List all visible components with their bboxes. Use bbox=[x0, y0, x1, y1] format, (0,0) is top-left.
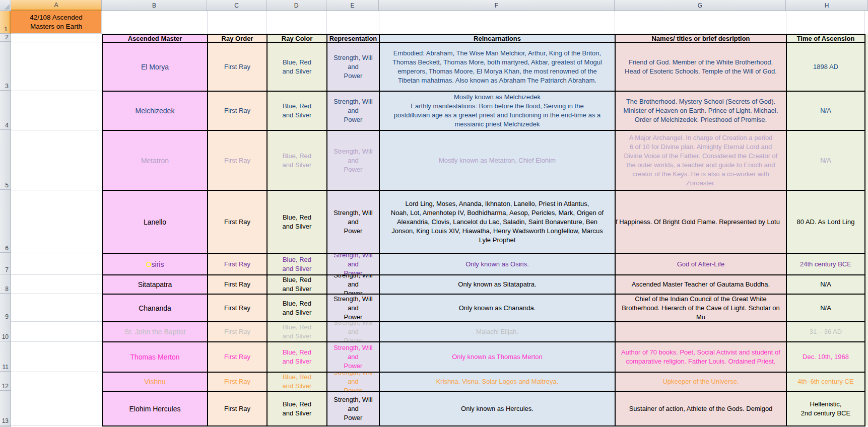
cell-representation[interactable]: Strength, Will and Power bbox=[327, 322, 380, 342]
cell-name[interactable]: Osiris bbox=[103, 254, 208, 275]
row-header-6[interactable]: 6 bbox=[0, 190, 11, 253]
cell-name[interactable]: Sitatapatra bbox=[103, 275, 208, 295]
header-ray-order[interactable]: Ray Order bbox=[208, 35, 268, 43]
cell-name[interactable]: Elohim Hercules bbox=[103, 392, 208, 426]
cell-representation[interactable]: Strength, Will and Power bbox=[327, 295, 380, 322]
cell-representation[interactable]: Strength, Will and Power bbox=[327, 392, 380, 426]
column-header-f[interactable]: F bbox=[379, 0, 615, 11]
cell-ray-order[interactable]: First Ray bbox=[208, 295, 268, 322]
cell-names-titles[interactable]: Ascended Master Teacher of Gautama Buddh… bbox=[616, 275, 787, 295]
cell-names-titles[interactable]: A Major Archangel. In charge of Creation… bbox=[616, 131, 787, 191]
cell-reincarnations[interactable]: Embodied: Abraham, The Wise Man Melchior… bbox=[380, 43, 616, 92]
row-header-3[interactable]: 3 bbox=[0, 42, 11, 91]
header-names-titles[interactable]: Names/ titles or brief desription bbox=[616, 35, 787, 43]
cell-name[interactable]: Metatron bbox=[103, 131, 208, 191]
cell-representation[interactable]: Strength, Will and Power bbox=[327, 131, 380, 191]
header-time-of-ascension[interactable]: Time of Ascension bbox=[787, 35, 865, 43]
cell-ray-color[interactable]: Blue, Red and Silver bbox=[268, 191, 327, 254]
column-header-h[interactable]: H bbox=[786, 0, 868, 11]
cell-names-titles[interactable]: The Brotherhood. Mystery School (Secrets… bbox=[616, 92, 787, 131]
cell-representation[interactable]: Strength, Will and Power bbox=[327, 92, 380, 131]
cell-ray-order[interactable]: First Ray bbox=[208, 275, 268, 295]
row-header-7[interactable]: 7 bbox=[0, 253, 11, 274]
cell-representation[interactable]: Strength, Will and Power bbox=[327, 373, 380, 392]
row-header-8[interactable]: 8 bbox=[0, 274, 11, 294]
cell-reincarnations[interactable]: Lord Ling, Moses, Ananda, Ikhnaton, Lane… bbox=[380, 191, 616, 254]
cell-ray-order[interactable]: First Ray bbox=[208, 342, 268, 373]
cell-ray-order[interactable]: First Ray bbox=[208, 392, 268, 426]
cell-names-titles[interactable]: f Happiness. Of Bright Gold Flame. Repre… bbox=[616, 191, 787, 254]
cell-names-titles[interactable]: Upkeeper of the Universe. bbox=[616, 373, 787, 392]
row-header-2[interactable]: 2 bbox=[0, 34, 11, 42]
cell-name[interactable]: Thomas Merton bbox=[103, 342, 208, 373]
select-all-corner[interactable] bbox=[0, 0, 11, 11]
cell-ray-order[interactable]: First Ray bbox=[208, 43, 268, 92]
row-header-9[interactable]: 9 bbox=[0, 294, 11, 321]
cell-ray-color[interactable]: Blue, Red and Silver bbox=[268, 43, 327, 92]
cell-name[interactable]: Chananda bbox=[103, 295, 208, 322]
header-ascended-master[interactable]: Ascended Master bbox=[103, 35, 208, 43]
cell-ray-color[interactable]: Blue, Red and Silver bbox=[268, 342, 327, 373]
row-header-13[interactable]: 13 bbox=[0, 391, 11, 425]
cell-names-titles[interactable]: Chief of the Indian Council of the Great… bbox=[616, 295, 787, 322]
cell-ray-order[interactable]: First Ray bbox=[208, 131, 268, 191]
cell-ray-color[interactable]: Blue, Red and Silver bbox=[268, 275, 327, 295]
cell-ray-order[interactable]: First Ray bbox=[208, 191, 268, 254]
cell-reincarnations[interactable]: Only known as Hercules. bbox=[380, 392, 616, 426]
cell-ascension[interactable]: Hellenistic, 2nd century BCE bbox=[787, 392, 865, 426]
cell-name[interactable]: El Morya bbox=[103, 43, 208, 92]
column-header-b[interactable]: B bbox=[102, 0, 207, 11]
cell-representation[interactable]: Strength, Will and Power bbox=[327, 275, 380, 295]
header-representation[interactable]: Representation bbox=[327, 35, 380, 43]
cell-name[interactable]: Vishnu bbox=[103, 373, 208, 392]
cell-ray-color[interactable]: Blue, Red and Silver bbox=[268, 373, 327, 392]
column-header-e[interactable]: E bbox=[326, 0, 379, 11]
cell-ascension[interactable]: N/A bbox=[787, 275, 865, 295]
cell-ray-color[interactable]: Blue, Red and Silver bbox=[268, 322, 327, 342]
cell-ascension[interactable]: 1898 AD bbox=[787, 43, 865, 92]
cell-reincarnations[interactable]: Mostly known as Melchizedek Earthly mani… bbox=[380, 92, 616, 131]
cell-representation[interactable]: Strength, Will and Power bbox=[327, 43, 380, 92]
cell-ray-color[interactable]: Blue, Red and Silver bbox=[268, 254, 327, 275]
cell-ray-color[interactable]: Blue, Red and Silver bbox=[268, 392, 327, 426]
cell-ray-order[interactable]: First Ray bbox=[208, 322, 268, 342]
column-header-d[interactable]: D bbox=[266, 0, 326, 11]
cell-ascension[interactable]: N/A bbox=[787, 295, 865, 322]
cell-reincarnations[interactable]: Only known as Chananda. bbox=[380, 295, 616, 322]
cell-a1-note[interactable]: 42/108 Ascended Masters on Earth bbox=[11, 11, 102, 34]
cell-ascension[interactable]: 31 – 36 AD bbox=[787, 322, 865, 342]
header-reincarnations[interactable]: Reincarnations bbox=[380, 35, 616, 43]
cell-name[interactable]: St. John the Baptist bbox=[103, 322, 208, 342]
cell-ascension[interactable]: 80 AD. As Lord Ling bbox=[787, 191, 865, 254]
row-header-5[interactable]: 5 bbox=[0, 130, 11, 190]
cell-names-titles[interactable]: Author of 70 books. Poet, Social Activis… bbox=[616, 342, 787, 373]
cell-ray-order[interactable]: First Ray bbox=[208, 373, 268, 392]
cell-name[interactable]: Lanello bbox=[103, 191, 208, 254]
cell-ray-color[interactable]: Blue, Red and Silver bbox=[268, 92, 327, 131]
cell-reincarnations[interactable]: Mostly known as Metatron, Chief Elohim bbox=[380, 131, 616, 191]
row-header-11[interactable]: 11 bbox=[0, 341, 11, 372]
row-header-12[interactable]: 12 bbox=[0, 372, 11, 391]
cell-names-titles[interactable]: Sustainer of action, Athlete of the Gods… bbox=[616, 392, 787, 426]
cell-ray-color[interactable]: Blue, Red and Silver bbox=[268, 131, 327, 191]
cell-representation[interactable]: Strength, Will and Power bbox=[327, 342, 380, 373]
cell-ray-order[interactable]: First Ray bbox=[208, 254, 268, 275]
cell-name[interactable]: Melchizedek bbox=[103, 92, 208, 131]
cell-reincarnations[interactable]: Only known as Thomas Merton bbox=[380, 342, 616, 373]
cell-representation[interactable]: Strength, Will and Power bbox=[327, 191, 380, 254]
cell-ascension[interactable]: Dec. 10th, 1968 bbox=[787, 342, 865, 373]
column-header-g[interactable]: G bbox=[615, 0, 786, 11]
cell-ray-color[interactable]: Blue, Red and Silver bbox=[268, 295, 327, 322]
row-header-10[interactable]: 10 bbox=[0, 321, 11, 341]
row-header-1[interactable]: 1 bbox=[0, 11, 11, 34]
header-ray-color[interactable]: Ray Color bbox=[268, 35, 327, 43]
row-header-4[interactable]: 4 bbox=[0, 91, 11, 130]
cell-names-titles[interactable]: Friend of God. Member of the White Broth… bbox=[616, 43, 787, 92]
cell-ascension[interactable]: N/A bbox=[787, 92, 865, 131]
cell-representation[interactable]: Strength, Will and Power bbox=[327, 254, 380, 275]
cell-reincarnations[interactable]: Only known as Osiris. bbox=[380, 254, 616, 275]
cell-names-titles[interactable]: God of After-Life bbox=[616, 254, 787, 275]
cell-reincarnations[interactable]: Krishna, Visnu, Solar Logos and Maitreya… bbox=[380, 373, 616, 392]
cell-ray-order[interactable]: First Ray bbox=[208, 92, 268, 131]
cell-reincarnations[interactable]: Only known as Sitatapatra. bbox=[380, 275, 616, 295]
